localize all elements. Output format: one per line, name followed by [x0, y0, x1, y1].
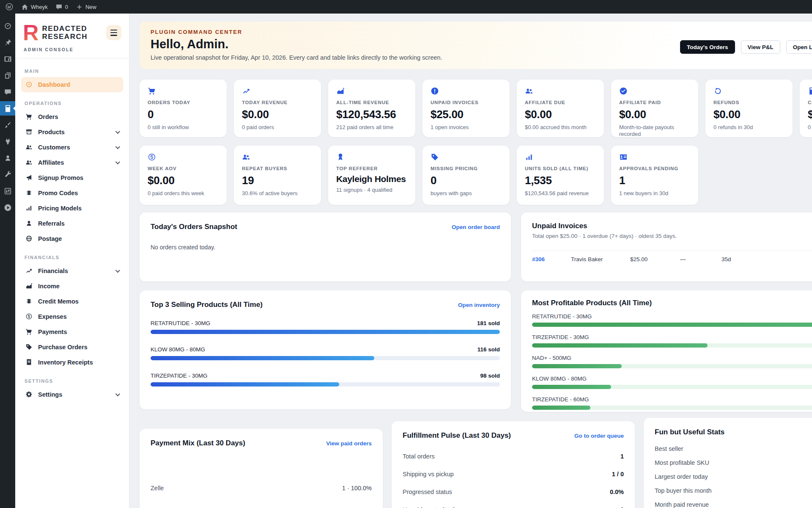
stat-row: Top buyer this month — [655, 483, 812, 497]
sidebar-item[interactable]: Income — [21, 279, 123, 294]
stat-value: 0 — [620, 506, 624, 508]
rail-icon — [4, 204, 12, 212]
banner-action-button[interactable]: Today's Orders — [680, 40, 735, 54]
fulfillment-rows: Total orders 1 Shipping vs pickup 1 / 0 … — [403, 447, 624, 508]
progress-fill — [151, 330, 500, 334]
rail-menu-icon[interactable] — [0, 167, 15, 182]
rail-menu-icon[interactable] — [0, 184, 15, 198]
unpaid-invoices-panel: Unpaid Invoices Total open $25.00 · 1 ov… — [521, 213, 812, 282]
kpi-card[interactable]: TOP REFFERER Kayleigh Holmes 11 signups … — [328, 146, 415, 205]
sidebar-item[interactable]: Postage — [21, 231, 123, 246]
order-link[interactable]: #306 — [532, 251, 571, 268]
stat-value: 0.0% — [610, 489, 624, 495]
rail-menu-icon[interactable] — [0, 85, 15, 99]
kpi-card[interactable]: AFFILIATE DUE $0.00 $0.00 accrued this m… — [517, 80, 604, 137]
admin-bar-new[interactable]: New — [76, 3, 96, 11]
sidebar-item[interactable]: Signup Promos — [21, 170, 123, 185]
progress-track — [151, 382, 500, 387]
sidebar-item-icon — [25, 391, 33, 398]
wordpress-logo-icon[interactable] — [5, 3, 14, 11]
kpi-subtext: $120,543.56 paid revenue — [525, 190, 596, 197]
kpi-card[interactable]: APPROVALS PENDING 1 1 new buyers in 30d — [611, 146, 698, 205]
admin-bar-comments[interactable]: 0 — [55, 3, 68, 11]
kpi-value: 1 — [619, 174, 690, 187]
sidebar-item[interactable]: Credit Memos — [21, 294, 123, 309]
kpi-card[interactable]: MISSING PRICING 0 buyers with gaps — [422, 146, 510, 205]
kpi-card[interactable]: CREDIT MEMOS $0.00 0 issued in 30d — [800, 80, 812, 137]
rail-menu-icon[interactable] — [0, 200, 15, 215]
sidebar-item[interactable]: Affiliates — [21, 155, 123, 170]
sidebar-item[interactable]: Products — [21, 124, 123, 140]
kpi-value: $0.00 — [808, 108, 812, 121]
panel-title: Payment Mix (Last 30 Days) — [151, 439, 245, 447]
sidebar-item[interactable]: Customers — [21, 140, 123, 155]
sidebar-item[interactable]: Orders — [21, 109, 123, 124]
kpi-subtext: Month-to-date payouts recorded — [619, 124, 690, 138]
rail-menu-icon[interactable] — [0, 151, 15, 165]
sidebar-item-icon — [25, 204, 33, 212]
sidebar-item[interactable]: Inventory Receipts — [21, 355, 123, 370]
chevron-down-icon — [115, 144, 120, 149]
sidebar-item[interactable]: Pricing Models — [21, 201, 123, 216]
kpi-card[interactable]: REPEAT BUYERS 19 30.6% of active buyers — [234, 146, 321, 205]
sidebar-item-label: Referrals — [38, 220, 65, 227]
brand-logo: R — [23, 23, 38, 43]
kpi-card[interactable]: UNPAID INVOICES $25.00 1 open invoices — [422, 80, 510, 137]
rail-icon — [4, 55, 12, 63]
kpi-card[interactable]: WEEK AOV $0.00 0 paid orders this week — [140, 146, 227, 205]
fulfillment-pulse-panel: Fulfillment Pulse (Last 30 Days) Go to o… — [392, 421, 635, 508]
sidebar-item-label: Income — [38, 283, 60, 290]
open-order-board-link[interactable]: Open order board — [452, 224, 500, 230]
brand-name-line2: RESEARCH — [42, 33, 88, 41]
sidebar-item-icon — [25, 282, 33, 290]
banner-action-button[interactable]: Open Ledger — [786, 40, 812, 54]
sidebar-item[interactable]: Referrals — [21, 216, 123, 231]
sidebar-item-icon — [25, 343, 33, 351]
sidebar-item[interactable]: Payments — [21, 324, 123, 340]
view-paid-orders-link[interactable]: View paid orders — [326, 440, 372, 447]
sidebar-item-label: Inventory Receipts — [38, 359, 93, 366]
kpi-subtext: buyers with gaps — [431, 190, 502, 197]
kpi-icon — [525, 153, 533, 161]
rail-menu-icon[interactable] — [0, 101, 15, 116]
rail-menu-icon[interactable] — [0, 19, 15, 33]
rail-menu-icon[interactable] — [0, 118, 15, 132]
sidebar-item-label: Pricing Models — [38, 205, 82, 212]
stat-row: Most profitable SKU — [655, 456, 812, 469]
go-to-order-queue-link[interactable]: Go to order queue — [574, 433, 624, 439]
kpi-card[interactable]: UNITS SOLD (ALL TIME) 1,535 $120,543.56 … — [517, 146, 604, 205]
kpi-subtext: 0 refunds in 30d — [713, 124, 785, 131]
banner-action-button[interactable]: View P&L — [741, 40, 780, 54]
kpi-value: $0.00 — [242, 108, 313, 121]
sidebar-item[interactable]: Dashboard — [21, 77, 123, 92]
sidebar-hamburger-button[interactable] — [106, 25, 121, 40]
plus-icon — [76, 3, 83, 11]
open-inventory-link[interactable]: Open inventory — [458, 302, 500, 308]
admin-bar-site[interactable]: Wheyk — [21, 3, 48, 11]
nav-group-operations: Orders Products Customers Affiliates — [21, 109, 123, 246]
column-header — [532, 244, 571, 251]
profit-bars: RETATRUTIDE - 30MG TIRZEPATIDE - 30MG NA… — [532, 313, 812, 410]
progress-track — [532, 323, 812, 327]
rail-menu-icon[interactable] — [0, 134, 15, 149]
rail-menu-icon[interactable] — [0, 52, 15, 66]
kpi-card[interactable]: ORDERS TODAY 0 0 still in workflow — [140, 80, 227, 137]
kpi-value: Kayleigh Holmes — [336, 174, 407, 184]
sidebar-item[interactable]: Settings — [21, 387, 123, 402]
stat-row: Month paid revenue — [655, 497, 812, 508]
kpi-card[interactable]: TODAY REVENUE $0.00 0 paid orders — [234, 80, 321, 137]
rail-menu-icon[interactable] — [0, 35, 15, 50]
sidebar-item-label: Dashboard — [38, 81, 70, 88]
rail-menu-icon[interactable] — [0, 68, 15, 83]
product-bar-item: KLOW 80MG - 80MG 116 sold — [151, 346, 500, 360]
sidebar-item[interactable]: Expenses — [21, 309, 123, 324]
kpi-value: $120,543.56 — [336, 108, 407, 121]
stat-row: Largest order today — [655, 469, 812, 483]
kpi-card[interactable]: ALL-TIME REVENUE $120,543.56 212 paid or… — [328, 80, 415, 137]
kpi-label: UNPAID INVOICES — [431, 100, 502, 105]
sidebar-item[interactable]: Financials — [21, 263, 123, 279]
sidebar-item[interactable]: Purchase Orders — [21, 340, 123, 355]
kpi-card[interactable]: REFUNDS $0.00 0 refunds in 30d — [705, 80, 793, 137]
sidebar-item[interactable]: Promo Codes — [21, 185, 123, 201]
kpi-card[interactable]: AFFILIATE PAID $0.00 Month-to-date payou… — [611, 80, 698, 137]
